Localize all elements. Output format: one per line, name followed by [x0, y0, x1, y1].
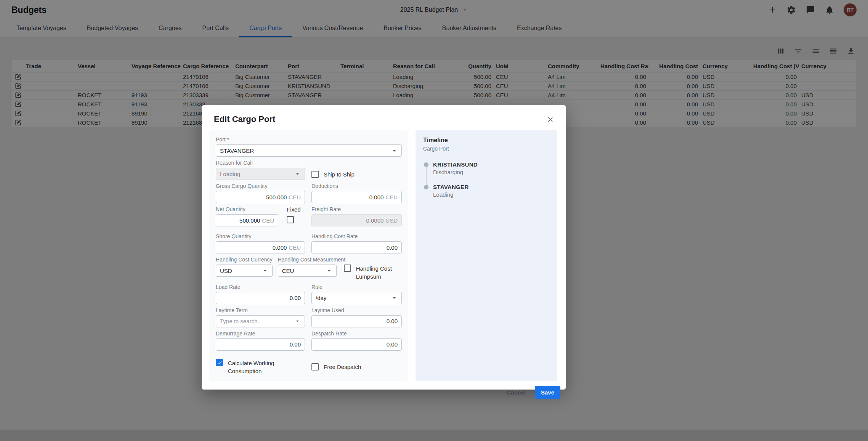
demurrage-rate-input[interactable]: 0.00	[216, 338, 305, 351]
cancel-button[interactable]: Cancel	[501, 386, 532, 399]
timeline-item: STAVANGER Loading	[424, 184, 550, 198]
save-button[interactable]: Save	[535, 386, 560, 399]
rule-select[interactable]: /day	[311, 292, 402, 304]
fixed-group: Fixed	[287, 206, 301, 226]
fixed-checkbox[interactable]	[287, 216, 294, 223]
laytime-term-select[interactable]: Type to search.	[216, 315, 305, 327]
edit-cargo-port-dialog: Edit Cargo Port Port * STAVANGER Reason …	[202, 105, 566, 390]
checkbox-box	[344, 265, 351, 272]
handling-cost-measurement-label: Handling Cost Measurement	[278, 257, 337, 263]
chevron-down-icon	[294, 318, 301, 324]
timeline-panel: Timeline Cargo Port KRISTIANSUND Dischar…	[416, 130, 557, 381]
rule-label: Rule	[311, 284, 402, 290]
fields-panel: Port * STAVANGER Reason for Call Loading	[209, 130, 408, 381]
port-select[interactable]: STAVANGER	[216, 144, 402, 157]
port-label: Port *	[216, 136, 402, 143]
checkbox-box	[216, 359, 223, 366]
handling-cost-currency-select[interactable]: USD	[216, 265, 273, 277]
timeline: KRISTIANSUND Discharging STAVANGER Loadi…	[424, 161, 550, 198]
dialog-header: Edit Cargo Port	[202, 105, 566, 128]
chevron-down-icon	[326, 268, 332, 274]
load-rate-input[interactable]: 0.00	[216, 292, 305, 304]
timeline-dot	[424, 185, 428, 189]
handling-cost-rate-label: Handling Cost Rate	[311, 233, 402, 239]
shore-quantity-input[interactable]: 0.000 CEU	[216, 241, 305, 253]
handling-cost-measurement-select[interactable]: CEU	[278, 265, 337, 277]
handling-cost-rate-input[interactable]: 0.00	[311, 241, 402, 253]
deductions-label: Deductions	[311, 183, 402, 189]
timeline-subtitle: Cargo Port	[423, 146, 550, 152]
shore-quantity-label: Shore Quantity	[216, 233, 305, 239]
free-despatch-checkbox[interactable]: Free Despatch	[311, 359, 361, 375]
timeline-dot	[424, 162, 428, 167]
handling-cost-currency-label: Handling Cost Currency	[216, 257, 273, 263]
demurrage-rate-label: Demurrage Rate	[216, 330, 305, 337]
close-button[interactable]	[546, 115, 554, 123]
timeline-title: Timeline	[423, 137, 550, 144]
reason-for-call-select: Loading	[216, 168, 305, 180]
freight-rate-input: 0.0000 USD	[311, 214, 402, 226]
chevron-down-icon	[391, 295, 398, 301]
port-value: STAVANGER	[220, 148, 254, 154]
handling-cost-lumpsum-checkbox[interactable]: Handling Cost Lumpsum	[344, 265, 402, 281]
gross-cargo-quantity-label: Gross Cargo Quantity	[216, 183, 305, 189]
calculate-working-consumption-checkbox[interactable]: Calculate Working Consumption	[216, 359, 311, 375]
net-quantity-input[interactable]: 500.000 CEU	[216, 214, 278, 226]
chevron-down-icon	[294, 171, 301, 177]
timeline-item: KRISTIANSUND Discharging	[424, 161, 550, 175]
despatch-rate-label: Despatch Rate	[311, 330, 402, 337]
chevron-down-icon	[262, 268, 268, 274]
checkbox-box	[311, 363, 319, 370]
ship-to-ship-checkbox[interactable]: Ship to Ship	[311, 169, 355, 180]
load-rate-label: Load Rate	[216, 284, 305, 290]
laytime-used-label: Laytime Used	[311, 307, 402, 313]
net-quantity-label: Net Quantity	[216, 206, 278, 212]
dialog-body: Port * STAVANGER Reason for Call Loading	[202, 128, 566, 381]
close-icon	[546, 115, 554, 123]
dialog-actions: Cancel Save	[202, 381, 566, 405]
chevron-down-icon	[391, 148, 398, 154]
laytime-term-label: Laytime Term	[216, 307, 305, 313]
gross-cargo-quantity-input[interactable]: 500.000 CEU	[216, 191, 305, 203]
dialog-title: Edit Cargo Port	[214, 114, 275, 124]
fixed-label: Fixed	[287, 206, 301, 213]
reason-for-call-label: Reason for Call	[216, 160, 305, 166]
freight-rate-label: Freight Rate	[311, 206, 402, 212]
laytime-used-input[interactable]: 0.00	[311, 315, 402, 327]
despatch-rate-input[interactable]: 0.00	[311, 338, 402, 351]
deductions-input[interactable]: 0.000 CEU	[311, 191, 402, 203]
checkbox-box	[311, 171, 319, 178]
